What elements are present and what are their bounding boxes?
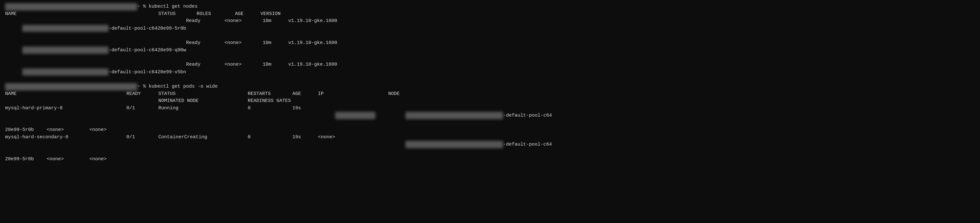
prompt2-text: ~ % kubectl get pods -o wide	[137, 83, 218, 90]
pod-1-age: 19s	[293, 134, 318, 156]
node-1-status: Ready	[186, 40, 224, 62]
pod-1-node-suffix2: 20e99-5r0b	[5, 156, 34, 163]
pod-0-name: mysql-hard-primary-0	[5, 105, 126, 127]
pod-1-ip: <none>	[318, 134, 388, 156]
pod-0-ready: 0/1	[126, 105, 158, 127]
nodes-col-roles: ROLES	[197, 11, 235, 18]
pod-0-restarts: 0	[248, 105, 293, 127]
prompt-blur	[5, 3, 137, 11]
nodes-table-header: NAME STATUS ROLES AGE VERSION	[5, 11, 975, 18]
pod-row-1-line1: mysql-hard-secondary-0 0/1 ContainerCrea…	[5, 134, 975, 156]
node-1-version: v1.19.10-gke.1600	[288, 40, 352, 62]
nodes-col-version: VERSION	[261, 11, 325, 18]
node-0-name-blur	[22, 25, 108, 32]
pods-col-readiness-gates-header: READINESS GATES	[248, 98, 291, 105]
pods-col-name-header: NAME	[5, 90, 126, 98]
command-line-nodes: ~ % kubectl get nodes	[5, 3, 975, 11]
pod-1-restarts: 0	[248, 134, 293, 156]
pods-col-node-header: NODE	[388, 90, 400, 98]
node-2-roles: <none>	[224, 61, 263, 83]
node-row-2: -default-pool-c6420e99-v5bn Ready <none>…	[5, 61, 975, 83]
node-1-age: 10m	[263, 40, 288, 62]
node-2-name: -default-pool-c6420e99-v5bn	[5, 61, 186, 83]
pods-col-ip-header: IP	[318, 90, 388, 98]
pod-0-age: 19s	[293, 105, 318, 127]
node-2-version: v1.19.10-gke.1600	[288, 61, 352, 83]
pods-col-ready-header: READY	[126, 90, 158, 98]
pod-0-node-suffix2: 20e99-5r0b	[5, 127, 34, 134]
node-2-age: 10m	[263, 61, 288, 83]
node-1-roles: <none>	[224, 40, 263, 62]
node-0-name: -default-pool-c6420e99-5r0b	[5, 17, 186, 40]
node-2-name-suffix: -default-pool-c6420e99-v5bn	[108, 70, 186, 75]
node-0-roles: <none>	[224, 17, 263, 40]
pod-1-node: -default-pool-c64	[388, 134, 552, 156]
node-1-name: -default-pool-c6420e99-q90w	[5, 40, 186, 62]
pod-1-ready: 0/1	[126, 134, 158, 156]
node-0-age: 10m	[263, 17, 288, 40]
nodes-col-name: NAME	[5, 11, 158, 18]
node-row-0: -default-pool-c6420e99-5r0b Ready <none>…	[5, 17, 975, 40]
command-line-pods: ~ % kubectl get pods -o wide	[5, 83, 975, 90]
node-0-name-suffix: -default-pool-c6420e99-5r0b	[108, 26, 186, 31]
pod-1-status: ContainerCreating	[158, 134, 248, 156]
pod-1-readiness-gates: <none>	[89, 156, 107, 163]
terminal: ~ % kubectl get nodes NAME STATUS ROLES …	[5, 3, 975, 163]
node-2-name-blur	[22, 68, 108, 76]
pods-subheader-spacer2	[126, 98, 158, 105]
nodes-col-status: STATUS	[158, 11, 197, 18]
node-row-1: -default-pool-c6420e99-q90w Ready <none>…	[5, 40, 975, 62]
node-1-name-suffix: -default-pool-c6420e99-q90w	[108, 47, 186, 53]
pod-0-node: -default-pool-c64	[388, 105, 552, 127]
pod-1-nominated-node: <none>	[47, 156, 64, 163]
pod-1-name: mysql-hard-secondary-0	[5, 134, 126, 156]
pods-table-header: NAME READY STATUS RESTARTS AGE IP NODE	[5, 90, 975, 98]
pods-col-status-header: STATUS	[158, 90, 248, 98]
node-0-version: v1.19.10-gke.1600	[288, 17, 352, 40]
pods-col-restarts-header: RESTARTS	[248, 90, 293, 98]
pod-0-ip-blur	[335, 112, 375, 119]
pod-0-status: Running	[158, 105, 248, 127]
node-1-name-blur	[22, 46, 108, 54]
node-0-status: Ready	[186, 17, 224, 40]
prompt2-blur	[5, 83, 137, 90]
pod-row-0-line1: mysql-hard-primary-0 0/1 Running 0 19s -…	[5, 105, 975, 127]
pods-col-age-header: AGE	[293, 90, 318, 98]
pods-table-subheader: NOMINATED NODE READINESS GATES	[5, 98, 975, 105]
pods-col-nominated-node-header: NOMINATED NODE	[158, 98, 248, 105]
prompt-text: ~ % kubectl get nodes	[137, 3, 197, 11]
pod-0-nominated-node: <none>	[47, 127, 64, 134]
node-2-status: Ready	[186, 61, 224, 83]
pod-1-node-blur	[406, 141, 503, 148]
pod-0-ip	[318, 105, 388, 127]
pods-subheader-spacer	[5, 98, 126, 105]
pod-row-0-line2: 20e99-5r0b <none> <none>	[5, 127, 975, 134]
pod-0-readiness-gates: <none>	[89, 127, 107, 134]
nodes-col-age: AGE	[235, 11, 261, 18]
pod-1-node-suffix: -default-pool-c64	[503, 142, 552, 147]
pod-0-node-suffix: -default-pool-c64	[503, 113, 552, 118]
pod-row-1-line2: 20e99-5r0b <none> <none>	[5, 156, 975, 163]
pod-0-node-blur	[406, 112, 503, 119]
